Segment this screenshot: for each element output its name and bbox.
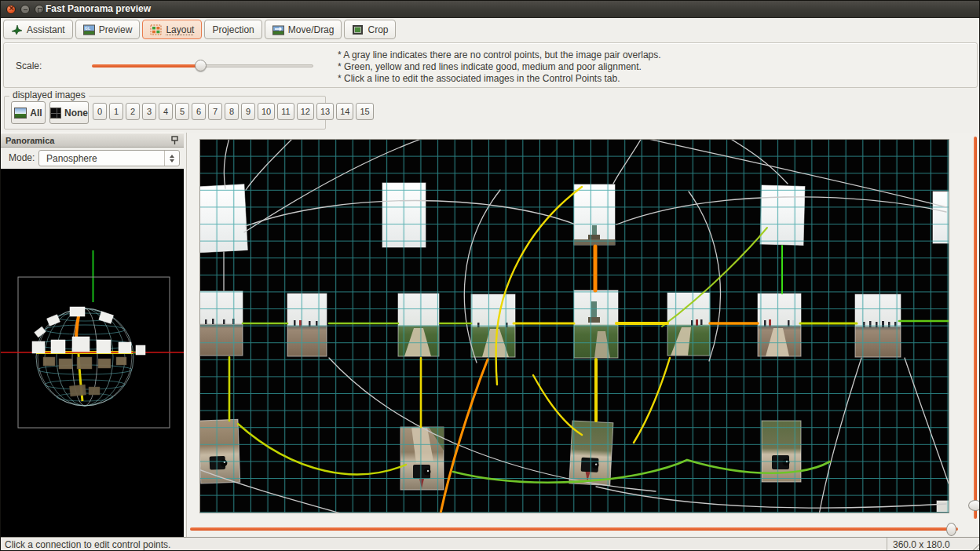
tab-projection[interactable]: Projection [204, 20, 261, 39]
assistant-icon [11, 24, 23, 35]
help-line: * A gray line indicates there are no con… [338, 49, 661, 61]
image-toggle-button-3[interactable]: 3 [142, 103, 156, 120]
vertical-slider-track [974, 137, 977, 519]
mode-value: Panosphere [46, 153, 97, 164]
tab-label: Layout [166, 24, 194, 35]
tab-label: Move/Drag [288, 24, 335, 35]
layout-icon [150, 24, 162, 35]
image-toggle-button-12[interactable]: 12 [297, 103, 314, 120]
tab-label: Projection [212, 24, 254, 35]
tab-layout[interactable]: Layout [142, 20, 202, 39]
tab-assistant[interactable]: Assistant [3, 20, 73, 39]
horizontal-slider-handle[interactable] [946, 523, 956, 536]
scale-help-panel: Scale: * A gray line indicates there are… [3, 42, 978, 88]
panosphere-3d-preview[interactable] [1, 169, 184, 537]
image-toggle-button-9[interactable]: 9 [241, 103, 255, 120]
image-toggle-button-6[interactable]: 6 [192, 103, 206, 120]
tab-crop[interactable]: Crop [344, 20, 396, 39]
pano-dimensions: 360.0 x 180.0 [893, 539, 950, 550]
scale-slider-handle[interactable] [195, 60, 207, 71]
image-toggle-button-2[interactable]: 2 [126, 103, 140, 120]
show-all-button[interactable]: All [11, 101, 46, 124]
displayed-images-group: displayed images All None 01234567891011… [4, 96, 326, 130]
image-toggle-button-0[interactable]: 0 [93, 103, 107, 120]
image-toggle-button-14[interactable]: 14 [336, 103, 353, 120]
tab-label: Crop [368, 24, 388, 35]
titlebar: Fast Panorama preview [1, 1, 979, 18]
status-message: Click a connection to edit control point… [5, 539, 170, 550]
spinner-arrows-icon[interactable] [164, 151, 179, 166]
image-toggle-button-15[interactable]: 15 [356, 103, 373, 120]
movedrag-icon [272, 24, 284, 35]
close-button[interactable] [6, 5, 16, 14]
resize-grip[interactable] [972, 543, 980, 551]
window-title: Fast Panorama preview [46, 3, 151, 14]
fast-panorama-preview-window: Fast Panorama preview AssistantGLPreview… [0, 0, 980, 551]
tab-label: Preview [99, 24, 133, 35]
pin-icon[interactable] [170, 136, 179, 145]
layout-canvas[interactable] [199, 139, 949, 513]
blank-image-icon [50, 108, 61, 119]
mode-label: Mode: [9, 152, 35, 163]
image-toggle-button-1[interactable]: 1 [109, 103, 123, 120]
help-text: * A gray line indicates there are no con… [338, 49, 661, 85]
landscape-icon [14, 108, 27, 119]
displayed-images-legend: displayed images [9, 89, 89, 100]
vertical-slider-handle[interactable] [968, 500, 980, 511]
help-line: * Click a line to edit the associated im… [338, 73, 661, 85]
image-toggle-button-11[interactable]: 11 [277, 103, 294, 120]
image-toggle-buttons: 0123456789101112131415 [93, 103, 374, 120]
help-line: * Green, yellow and red lines indicate g… [338, 61, 661, 73]
tab-bar: AssistantGLPreviewLayoutProjectionMove/D… [3, 20, 396, 40]
image-toggle-button-10[interactable]: 10 [258, 103, 275, 120]
mode-row: Mode: Panosphere [1, 148, 184, 169]
tab-label: Assistant [27, 24, 65, 35]
image-toggle-button-13[interactable]: 13 [316, 103, 334, 120]
horizontal-slider-track [190, 527, 958, 531]
tab-preview[interactable]: GLPreview [75, 20, 141, 39]
preview-icon: GL [83, 24, 95, 35]
scale-slider-fill [92, 64, 200, 68]
minimize-button[interactable] [20, 5, 30, 14]
tab-move-drag[interactable]: Move/Drag [265, 20, 342, 39]
vertical-pan-slider[interactable] [970, 137, 980, 519]
canvas-grid [200, 140, 949, 513]
status-bar: Click a connection to edit control point… [1, 537, 979, 551]
show-none-button[interactable]: None [49, 101, 89, 124]
panorama-dock-panel: Panoramica Mode: Panosphere [1, 133, 184, 537]
maximize-button[interactable] [35, 5, 44, 14]
horizontal-pan-slider[interactable] [190, 522, 958, 536]
crop-icon [352, 24, 364, 35]
mode-select[interactable]: Panosphere [38, 150, 180, 166]
scale-slider[interactable] [92, 64, 313, 68]
layout-canvas-region [186, 133, 980, 537]
dock-header: Panoramica [1, 133, 184, 148]
image-toggle-button-5[interactable]: 5 [175, 103, 189, 120]
scale-slider-track [200, 64, 313, 68]
scale-label: Scale: [16, 60, 42, 71]
pano-dimensions-cell: 360.0 x 180.0 [887, 538, 980, 551]
none-button-label: None [64, 108, 88, 119]
image-toggle-button-4[interactable]: 4 [159, 103, 173, 120]
image-toggle-button-8[interactable]: 8 [225, 103, 239, 120]
svg-text:GL: GL [85, 26, 90, 31]
all-button-label: All [30, 108, 42, 119]
image-toggle-button-7[interactable]: 7 [208, 103, 222, 120]
dock-title: Panoramica [5, 136, 54, 145]
